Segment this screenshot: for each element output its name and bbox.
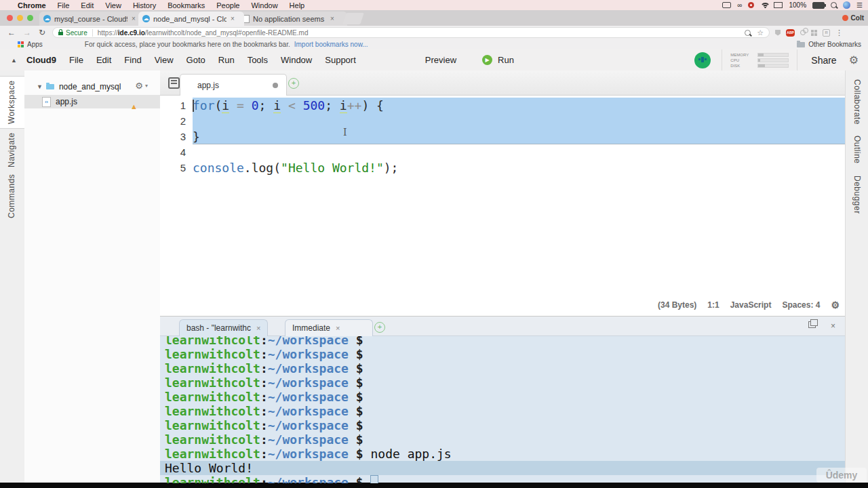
mac-menu-help[interactable]: Help: [290, 1, 305, 9]
terminal-tab-bash[interactable]: bash - "learnwithc ×: [179, 319, 268, 336]
warning-icon[interactable]: ▲: [130, 99, 138, 115]
search-icon[interactable]: [745, 30, 751, 36]
chevron-down-icon[interactable]: ▼: [37, 83, 43, 90]
secure-label[interactable]: Secure: [66, 29, 93, 37]
spotlight-icon[interactable]: [831, 2, 837, 8]
c9-menu-support[interactable]: Support: [325, 55, 356, 65]
zoom-window-button[interactable]: [27, 15, 33, 21]
notification-center-icon[interactable]: ☰: [856, 1, 863, 9]
chrome-profile[interactable]: Colt: [842, 14, 864, 22]
code-text: [193, 144, 845, 160]
folder-icon: [46, 84, 54, 89]
tree-folder-row[interactable]: ▼ node_and_mysql ⚙: [24, 80, 160, 94]
c9-menu-goto[interactable]: Goto: [186, 55, 205, 65]
screen-record-icon[interactable]: [722, 2, 731, 8]
link-extension-icon[interactable]: [800, 30, 806, 35]
prompt-user: learnwithcolt: [165, 475, 260, 483]
wifi-icon[interactable]: [760, 3, 768, 8]
share-button[interactable]: Share: [811, 55, 836, 66]
tree-settings-gear-icon[interactable]: ⚙: [135, 81, 148, 91]
close-panel-icon[interactable]: ×: [831, 321, 835, 331]
apps-grid-icon[interactable]: [18, 41, 24, 47]
terminal-tab-immediate[interactable]: Immediate ×: [285, 319, 373, 336]
prompt-dollar: $: [349, 390, 371, 404]
url-text[interactable]: https://ide.c9.io/learnwithcolt/node_and…: [98, 29, 309, 37]
glasses-icon[interactable]: ∞: [737, 3, 742, 7]
user-avatar[interactable]: [694, 52, 711, 68]
c9-menu-window[interactable]: Window: [281, 55, 312, 65]
syntax-mode[interactable]: JavaScript: [730, 300, 772, 310]
r-extension-icon[interactable]: R: [823, 29, 830, 37]
tab-node-and-mysql[interactable]: ☁ node_and_mysql - Cloud9 ×: [138, 12, 244, 26]
mac-menu-bookmarks[interactable]: Bookmarks: [167, 1, 205, 9]
mac-menu-edit[interactable]: Edit: [81, 1, 94, 9]
c9-menu-view[interactable]: View: [155, 55, 174, 65]
omnibox[interactable]: Secure https://ide.c9.io/learnwithcolt/n…: [52, 27, 770, 38]
preview-button[interactable]: Preview: [425, 55, 456, 65]
editor-tab-appjs[interactable]: app.js: [180, 74, 287, 96]
adblock-extension-icon[interactable]: ABP: [786, 29, 795, 37]
mac-menu-view[interactable]: View: [105, 1, 121, 9]
apps-label[interactable]: Apps: [27, 41, 43, 48]
record-icon[interactable]: [748, 2, 754, 8]
close-tab-icon[interactable]: ×: [231, 15, 235, 22]
c9-menu-edit[interactable]: Edit: [96, 55, 111, 65]
tab-list-icon[interactable]: [168, 77, 180, 89]
gauge-disk: DISK: [730, 64, 789, 68]
settings-gear-icon[interactable]: ⚙: [849, 54, 859, 66]
close-tab-icon[interactable]: ×: [330, 15, 334, 22]
back-button[interactable]: ←: [7, 28, 16, 37]
status-gear-icon[interactable]: ⚙: [831, 300, 840, 310]
run-button[interactable]: ▶ Run: [482, 55, 514, 65]
c9-menu-file[interactable]: File: [69, 55, 83, 65]
sidebar-tab-commands[interactable]: Commands: [0, 174, 24, 218]
sidebar-tab-navigate[interactable]: Navigate: [0, 131, 24, 168]
chrome-menu-icon[interactable]: ⋮: [835, 28, 843, 37]
close-window-button[interactable]: [7, 15, 13, 21]
tree-file-row[interactable]: ‹› app.js: [24, 95, 160, 108]
new-tab-button[interactable]: [342, 13, 364, 24]
tab-no-application[interactable]: No application seems to be ru ×: [239, 12, 347, 26]
cursor-position[interactable]: 1:1: [707, 300, 719, 310]
sidebar-tab-debugger[interactable]: Debugger: [846, 174, 868, 216]
other-bookmarks-label: Other Bookmarks: [808, 41, 861, 48]
maximize-panel-icon[interactable]: [808, 321, 816, 328]
c9-menu-cloud9[interactable]: Cloud9: [26, 55, 56, 65]
airplay-icon[interactable]: [774, 2, 783, 8]
code-editor[interactable]: 1▲for(i = 0; i < 500; i++) {23}45console…: [160, 96, 845, 316]
sidebar-tab-workspace[interactable]: Workspace: [0, 76, 24, 129]
mac-menu-file[interactable]: File: [58, 1, 70, 9]
reload-button[interactable]: ↻: [39, 28, 45, 37]
collapse-menubar-icon[interactable]: ▲: [11, 57, 17, 64]
c9-menu-run[interactable]: Run: [218, 55, 235, 65]
mac-menu-history[interactable]: History: [133, 1, 156, 9]
new-terminal-tab-icon[interactable]: +: [374, 322, 385, 333]
prompt-dollar: $: [349, 375, 371, 390]
c9-menu-find[interactable]: Find: [124, 55, 141, 65]
close-tab-icon[interactable]: ×: [132, 15, 136, 22]
grid-extension-icon[interactable]: [811, 30, 817, 36]
new-editor-tab-icon[interactable]: +: [288, 78, 299, 89]
indent-setting[interactable]: Spaces: 4: [782, 300, 820, 310]
terminal-output[interactable]: learnwithcolt:~/workspace $ learnwithcol…: [160, 333, 845, 483]
tab-title: No application seems to be ru: [253, 15, 326, 23]
minimize-window-button[interactable]: [17, 15, 23, 21]
file-name: app.js: [56, 97, 77, 106]
bookmark-star-icon[interactable]: ☆: [757, 28, 764, 37]
forward-button[interactable]: →: [23, 28, 31, 37]
close-tab-icon[interactable]: ×: [336, 324, 340, 332]
file-size[interactable]: (34 Bytes): [658, 300, 696, 310]
siri-icon[interactable]: [843, 1, 850, 9]
c9-menu-tools[interactable]: Tools: [248, 55, 268, 65]
import-bookmarks-link[interactable]: Import bookmarks now...: [294, 41, 368, 48]
mac-menu-window[interactable]: Window: [251, 1, 277, 9]
mac-menu-people[interactable]: People: [216, 1, 239, 9]
sidebar-tab-outline[interactable]: Outline: [846, 133, 868, 167]
shield-extension-icon[interactable]: [775, 30, 781, 36]
close-tab-icon[interactable]: ×: [256, 324, 260, 332]
mac-menu-chrome[interactable]: Chrome: [18, 1, 46, 9]
resource-gauges[interactable]: MEMORYCPUDISK: [722, 49, 797, 70]
sidebar-tab-collaborate[interactable]: Collaborate: [846, 77, 868, 126]
tab-mysql-course[interactable]: ☁ mysql_course - Cloud9 ×: [39, 12, 144, 26]
other-bookmarks[interactable]: Other Bookmarks: [797, 41, 861, 48]
